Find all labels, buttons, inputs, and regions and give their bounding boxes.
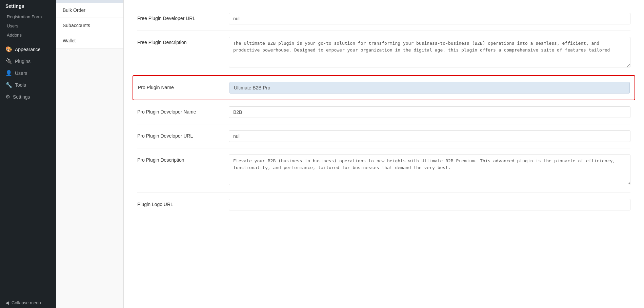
sidebar-label-tools: Tools	[15, 82, 26, 88]
sidebar-item-addons[interactable]: Addons	[0, 30, 56, 40]
field-free-plugin-developer-url	[229, 13, 630, 24]
users-icon: 👤	[5, 70, 12, 76]
sidebar-item-users-main[interactable]: 👤 Users	[0, 67, 56, 79]
sidebar-item-tools[interactable]: 🔧 Tools	[0, 79, 56, 91]
field-pro-plugin-developer-name	[229, 106, 630, 118]
input-free-plugin-developer-url[interactable]	[229, 13, 630, 24]
label-plugin-logo-url: Plugin Logo URL	[137, 199, 219, 207]
label-free-plugin-developer-url: Free Plugin Developer URL	[137, 13, 219, 21]
sidebar-label-users: Users	[15, 70, 27, 76]
settings-header: Settings	[0, 0, 56, 12]
secondary-sidebar-top-bar	[56, 0, 123, 3]
textarea-free-plugin-description[interactable]	[229, 37, 630, 67]
field-pro-plugin-name	[229, 82, 630, 94]
appearance-icon: 🎨	[5, 46, 12, 53]
secondary-sidebar: Bulk Order Subaccounts Wallet	[56, 0, 124, 308]
label-pro-plugin-developer-url: Pro Plugin Developer URL	[137, 130, 219, 139]
form-row-pro-plugin-developer-url: Pro Plugin Developer URL	[137, 124, 630, 148]
label-pro-plugin-description: Pro Plugin Description	[137, 155, 219, 163]
field-pro-plugin-description	[229, 155, 630, 186]
left-sidebar: Settings Registration Form Users Addons …	[0, 0, 56, 308]
input-pro-plugin-developer-url[interactable]	[229, 130, 630, 142]
input-pro-plugin-name[interactable]	[229, 82, 630, 94]
form-row-pro-plugin-developer-name: Pro Plugin Developer Name	[137, 100, 630, 124]
field-pro-plugin-developer-url	[229, 130, 630, 142]
main-content: Free Plugin Developer URL Free Plugin De…	[124, 0, 644, 308]
textarea-pro-plugin-description[interactable]	[229, 155, 630, 185]
sidebar-submenu: Registration Form Users Addons	[0, 12, 56, 40]
tools-icon: 🔧	[5, 82, 12, 88]
field-plugin-logo-url	[229, 199, 630, 210]
label-free-plugin-description: Free Plugin Description	[137, 37, 219, 45]
form-row-pro-plugin-description: Pro Plugin Description	[137, 148, 630, 193]
form-row-plugin-logo-url: Plugin Logo URL	[137, 193, 630, 217]
settings-icon: ⚙	[5, 94, 10, 100]
sidebar-item-appearance[interactable]: 🎨 Appearance	[0, 43, 56, 55]
collapse-icon: ◀	[5, 300, 9, 305]
form-row-pro-plugin-name: Pro Plugin Name	[133, 75, 635, 100]
label-pro-plugin-name: Pro Plugin Name	[138, 82, 219, 90]
sidebar-label-appearance: Appearance	[15, 47, 41, 52]
sidebar-label-settings: Settings	[13, 94, 30, 100]
sidebar-label-plugins: Plugins	[15, 59, 31, 64]
sidebar-item-users[interactable]: Users	[0, 21, 56, 30]
sidebar-item-settings[interactable]: ⚙ Settings	[0, 91, 56, 103]
collapse-label: Collapse menu	[12, 300, 41, 305]
secondary-sidebar-item-bulk-order[interactable]: Bulk Order	[56, 3, 123, 18]
secondary-sidebar-item-wallet[interactable]: Wallet	[56, 33, 123, 48]
input-pro-plugin-developer-name[interactable]	[229, 106, 630, 118]
secondary-sidebar-item-subaccounts[interactable]: Subaccounts	[56, 18, 123, 33]
collapse-menu-button[interactable]: ◀ Collapse menu	[0, 297, 56, 308]
form-row-free-plugin-developer-url: Free Plugin Developer URL	[137, 7, 630, 31]
input-plugin-logo-url[interactable]	[229, 199, 630, 210]
plugins-icon: 🔌	[5, 58, 12, 64]
form-row-free-plugin-description: Free Plugin Description	[137, 31, 630, 75]
sidebar-item-plugins[interactable]: 🔌 Plugins	[0, 55, 56, 67]
label-pro-plugin-developer-name: Pro Plugin Developer Name	[137, 106, 219, 115]
field-free-plugin-description	[229, 37, 630, 69]
sidebar-divider	[0, 42, 56, 42]
sidebar-item-registration-form[interactable]: Registration Form	[0, 12, 56, 21]
